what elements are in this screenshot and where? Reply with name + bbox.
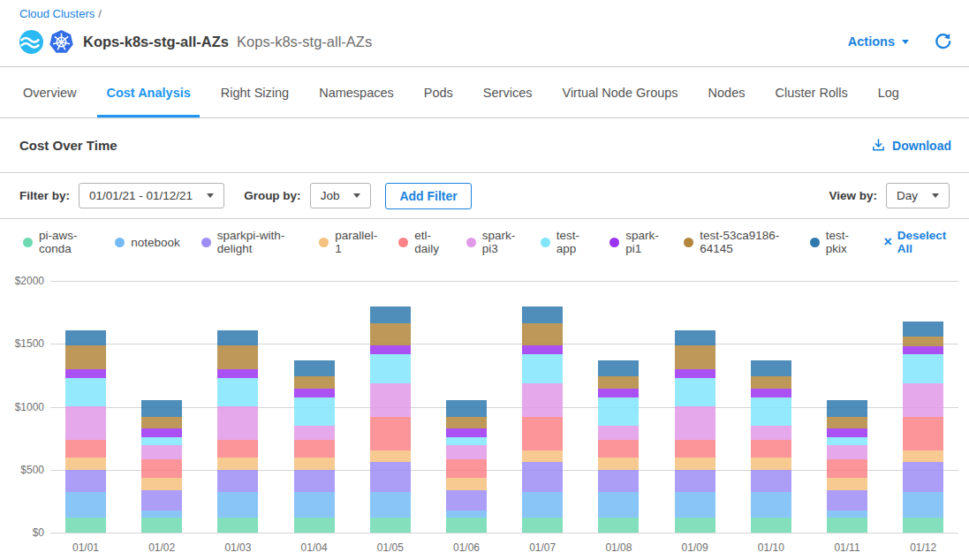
bar-segment-spark-pi3[interactable] [446, 445, 487, 459]
stacked-bar-01/11[interactable] [827, 400, 867, 533]
bar-segment-parallel-1[interactable] [827, 478, 867, 490]
stacked-bar-01/08[interactable] [598, 360, 639, 533]
bar-segment-test-pkix[interactable] [903, 322, 943, 337]
tab-cluster-rolls[interactable]: Cluster Rolls [767, 67, 857, 117]
stacked-bar-01/12[interactable] [903, 322, 943, 533]
bar-segment-test-pkix[interactable] [370, 306, 411, 323]
bar-segment-spark-pi3[interactable] [675, 406, 715, 440]
bar-segment-parallel-1[interactable] [446, 478, 487, 490]
bar-segment-pi-aws-conda[interactable] [446, 518, 487, 533]
bar-segment-test-app[interactable] [751, 397, 791, 426]
stacked-bar-01/07[interactable] [522, 306, 563, 533]
bar-segment-spark-pi3[interactable] [903, 383, 943, 417]
bar-segment-sparkpi-with-delight[interactable] [598, 470, 639, 492]
bar-segment-notebook[interactable] [217, 492, 258, 518]
bar-segment-pi-aws-conda[interactable] [522, 518, 563, 533]
bar-segment-notebook[interactable] [903, 492, 943, 518]
bar-segment-test-pkix[interactable] [294, 360, 335, 376]
bar-segment-test-pkix[interactable] [217, 330, 258, 345]
bar-segment-sparkpi-with-delight[interactable] [751, 470, 791, 492]
bar-segment-notebook[interactable] [446, 511, 487, 518]
bar-segment-test-pkix[interactable] [141, 400, 182, 417]
bar-segment-test-53ca9186-64145[interactable] [827, 417, 867, 429]
bar-segment-spark-pi3[interactable] [827, 445, 867, 459]
bar-segment-spark-pi3[interactable] [65, 406, 106, 440]
bar-segment-test-app[interactable] [65, 378, 106, 406]
bar-segment-test-53ca9186-64145[interactable] [522, 323, 563, 344]
bar-segment-spark-pi1[interactable] [370, 345, 411, 355]
legend-item-spark-pi1[interactable]: spark-pi1 [609, 229, 662, 255]
stacked-bar-01/09[interactable] [675, 330, 715, 533]
bar-segment-spark-pi1[interactable] [294, 389, 335, 397]
bar-segment-notebook[interactable] [370, 492, 411, 518]
add-filter-button[interactable]: Add Filter [385, 183, 471, 209]
bar-segment-etl-daily[interactable] [598, 440, 639, 458]
bar-segment-pi-aws-conda[interactable] [903, 518, 943, 533]
bar-segment-test-53ca9186-64145[interactable] [217, 345, 258, 369]
bar-segment-sparkpi-with-delight[interactable] [446, 490, 487, 511]
bar-segment-pi-aws-conda[interactable] [370, 518, 411, 533]
bar-segment-test-pkix[interactable] [751, 360, 791, 376]
bar-segment-pi-aws-conda[interactable] [675, 518, 715, 533]
tab-log[interactable]: Log [869, 67, 908, 117]
bar-segment-etl-daily[interactable] [903, 417, 943, 450]
breadcrumb-link-cloud-clusters[interactable]: Cloud Clusters [19, 7, 95, 20]
stacked-bar-01/02[interactable] [141, 400, 182, 533]
bar-segment-parallel-1[interactable] [217, 458, 258, 470]
bar-segment-sparkpi-with-delight[interactable] [827, 490, 867, 511]
bar-segment-sparkpi-with-delight[interactable] [675, 470, 715, 492]
legend-item-sparkpi-with-delight[interactable]: sparkpi-with-delight [201, 229, 298, 255]
bar-segment-sparkpi-with-delight[interactable] [217, 470, 258, 492]
bar-segment-test-53ca9186-64145[interactable] [675, 345, 715, 369]
tab-overview[interactable]: Overview [14, 67, 85, 117]
legend-item-spark-pi3[interactable]: spark-pi3 [466, 229, 519, 255]
bar-segment-etl-daily[interactable] [522, 417, 563, 450]
bar-segment-parallel-1[interactable] [522, 450, 563, 463]
tab-nodes[interactable]: Nodes [700, 67, 754, 117]
bar-segment-notebook[interactable] [827, 511, 867, 518]
stacked-bar-01/10[interactable] [751, 360, 791, 533]
bar-segment-sparkpi-with-delight[interactable] [294, 470, 335, 492]
bar-segment-notebook[interactable] [675, 492, 715, 518]
bar-segment-test-app[interactable] [370, 354, 411, 383]
bar-segment-sparkpi-with-delight[interactable] [522, 462, 563, 491]
bar-segment-test-pkix[interactable] [446, 400, 487, 417]
bar-segment-sparkpi-with-delight[interactable] [370, 462, 411, 491]
bar-segment-test-53ca9186-64145[interactable] [751, 376, 791, 389]
tab-namespaces[interactable]: Namespaces [310, 67, 403, 117]
bar-segment-spark-pi1[interactable] [751, 389, 791, 397]
bar-segment-test-pkix[interactable] [65, 330, 106, 345]
bar-segment-etl-daily[interactable] [751, 440, 791, 458]
bar-segment-spark-pi3[interactable] [370, 383, 411, 417]
bar-segment-test-app[interactable] [827, 437, 867, 445]
legend-item-test-53ca9186-64145[interactable]: test-53ca9186-64145 [684, 229, 789, 255]
bar-segment-test-app[interactable] [294, 397, 335, 426]
legend-item-notebook[interactable]: notebook [115, 236, 180, 249]
bar-segment-pi-aws-conda[interactable] [217, 518, 258, 533]
bar-segment-test-pkix[interactable] [598, 360, 639, 376]
bar-segment-etl-daily[interactable] [446, 459, 487, 478]
bar-segment-pi-aws-conda[interactable] [598, 518, 639, 533]
bar-segment-notebook[interactable] [522, 492, 563, 518]
bar-segment-parallel-1[interactable] [141, 478, 182, 490]
bar-segment-pi-aws-conda[interactable] [751, 518, 791, 533]
bar-segment-test-app[interactable] [903, 354, 943, 383]
bar-segment-sparkpi-with-delight[interactable] [141, 490, 182, 511]
bar-segment-notebook[interactable] [598, 492, 639, 518]
bar-segment-notebook[interactable] [294, 492, 335, 518]
bar-segment-notebook[interactable] [751, 492, 791, 518]
bar-segment-test-pkix[interactable] [827, 400, 867, 417]
bar-segment-parallel-1[interactable] [903, 450, 943, 463]
date-range-select[interactable]: 01/01/21 - 01/12/21 [79, 183, 224, 208]
bar-segment-spark-pi1[interactable] [141, 428, 182, 437]
legend-item-pi-aws-conda[interactable]: pi-aws-conda [23, 229, 94, 255]
bar-segment-spark-pi3[interactable] [751, 426, 791, 440]
bar-segment-spark-pi3[interactable] [598, 426, 639, 440]
bar-segment-test-53ca9186-64145[interactable] [370, 323, 411, 344]
legend-item-parallel-1[interactable]: parallel-1 [319, 229, 377, 255]
bar-segment-spark-pi1[interactable] [446, 428, 487, 437]
bar-segment-parallel-1[interactable] [751, 458, 791, 470]
bar-segment-parallel-1[interactable] [675, 458, 715, 470]
stacked-bar-01/04[interactable] [294, 360, 335, 533]
bar-segment-etl-daily[interactable] [65, 440, 106, 458]
